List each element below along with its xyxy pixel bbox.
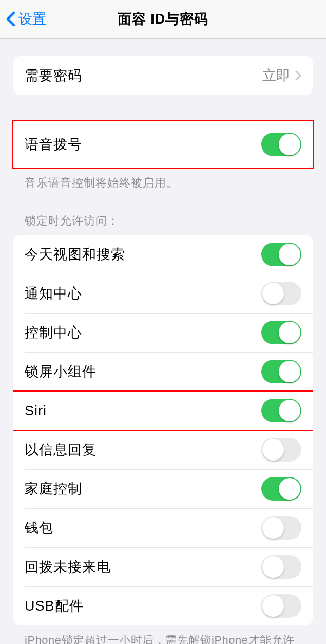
lock-access-row: USB配件	[13, 586, 313, 625]
voice-dial-highlight: 语音拨号	[12, 120, 314, 169]
lock-access-toggle[interactable]	[261, 360, 301, 383]
lock-access-label: 以信息回复	[25, 440, 97, 459]
require-passcode-value: 立即	[262, 66, 290, 85]
lock-access-label: 回拨未接来电	[25, 558, 111, 576]
toggle-knob	[279, 478, 300, 500]
lock-access-row: 钱包	[13, 508, 313, 547]
toggle-knob	[279, 244, 300, 265]
lock-access-label: Siri	[25, 403, 47, 419]
lock-access-group: 今天视图和搜索通知中心控制中心锁屏小组件Siri以信息回复家庭控制钱包回拨未接来…	[13, 235, 313, 625]
lock-access-toggle[interactable]	[261, 594, 301, 618]
lock-access-label: 通知中心	[25, 284, 82, 303]
passcode-group: 需要密码 立即	[13, 56, 313, 95]
toggle-knob	[262, 439, 284, 461]
lock-access-label: USB配件	[25, 597, 84, 615]
voice-dial-label: 语音拨号	[25, 135, 82, 154]
lock-access-toggle[interactable]	[261, 321, 301, 344]
lock-access-toggle[interactable]	[261, 477, 301, 501]
toggle-knob	[262, 517, 284, 539]
back-label: 设置	[18, 10, 46, 28]
lock-access-toggle[interactable]	[261, 555, 301, 579]
require-passcode-value-wrap: 立即	[262, 66, 301, 85]
toggle-knob	[262, 556, 284, 578]
chevron-right-icon	[295, 70, 301, 81]
lock-access-toggle[interactable]	[261, 438, 301, 462]
lock-access-label: 控制中心	[25, 323, 82, 342]
toggle-knob	[279, 400, 300, 421]
lock-access-label: 锁屏小组件	[25, 362, 97, 381]
toggle-knob	[279, 322, 300, 343]
lock-access-toggle[interactable]	[261, 243, 301, 266]
lock-access-row: 控制中心	[13, 313, 313, 352]
lock-access-label: 家庭控制	[25, 480, 82, 498]
toggle-knob	[262, 283, 284, 304]
lock-access-row: 通知中心	[13, 274, 313, 313]
lock-access-row: 以信息回复	[13, 430, 313, 469]
voice-dial-group: 语音拨号	[13, 121, 313, 168]
lock-access-row: 家庭控制	[13, 469, 313, 508]
lock-access-label: 今天视图和搜索	[25, 245, 125, 264]
lock-access-footer: iPhone锁定超过一小时后，需先解锁iPhone才能允许USB 配件连接。	[13, 625, 313, 644]
lock-access-header: 锁定时允许访问：	[13, 213, 313, 235]
lock-access-row: 今天视图和搜索	[13, 235, 313, 274]
page-title: 面容 ID与密码	[118, 10, 209, 28]
require-passcode-label: 需要密码	[25, 66, 82, 85]
toggle-knob	[262, 595, 284, 617]
lock-access-row: 锁屏小组件	[13, 352, 313, 391]
lock-access-row: Siri	[13, 391, 313, 430]
lock-access-label: 钱包	[25, 519, 53, 537]
lock-access-toggle[interactable]	[261, 282, 301, 305]
toggle-knob	[279, 134, 300, 155]
lock-access-toggle[interactable]	[261, 399, 301, 422]
voice-dial-footer: 音乐语音控制将始终被启用。	[13, 169, 313, 191]
back-button[interactable]: 设置	[6, 10, 46, 28]
nav-header: 设置 面容 ID与密码	[0, 0, 326, 39]
lock-access-toggle[interactable]	[261, 516, 301, 540]
voice-dial-row: 语音拨号	[13, 121, 313, 168]
lock-access-row: 回拨未接来电	[13, 547, 313, 586]
chevron-left-icon	[6, 11, 15, 27]
toggle-knob	[279, 361, 300, 382]
voice-dial-toggle[interactable]	[261, 133, 301, 156]
require-passcode-row[interactable]: 需要密码 立即	[13, 56, 313, 95]
